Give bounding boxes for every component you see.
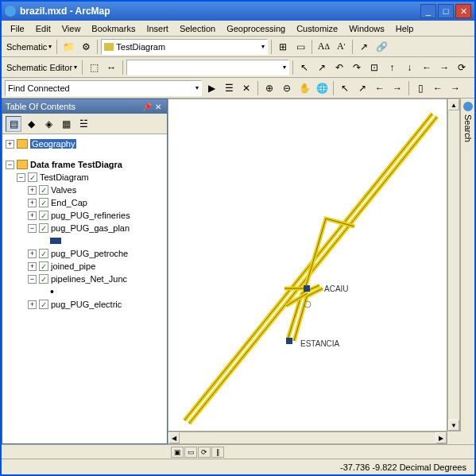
titlebar[interactable]: brazil.mxd - ArcMap _ □ ✕ xyxy=(2,2,474,21)
scroll-left-icon[interactable]: ◀ xyxy=(168,432,180,443)
scroll-up-icon[interactable]: ▲ xyxy=(448,99,459,110)
center-icon[interactable]: ⊡ xyxy=(366,60,382,75)
tree-layer[interactable]: −✓pug_PUG_gas_plan xyxy=(6,222,164,234)
tree-layer[interactable]: +✓joined_pipe xyxy=(6,260,164,273)
open-diagram-icon[interactable]: 📁 xyxy=(60,39,76,55)
options-icon[interactable]: ☱ xyxy=(75,116,91,132)
arrow-ne-icon[interactable]: ↗ xyxy=(354,80,370,96)
toolbar-tools: Find Connected▾ ▶ ☰ ✕ ⊕ ⊖ ✋ 🌐 ↖ ↗ ← → ▯ … xyxy=(2,78,474,99)
zoom-in-icon[interactable]: ⊕ xyxy=(261,80,277,96)
tree-geography[interactable]: +Geography xyxy=(6,137,164,150)
next-extent-icon[interactable]: → xyxy=(389,80,405,96)
menu-insert[interactable]: Insert xyxy=(141,22,174,35)
svg-rect-1 xyxy=(286,338,292,344)
menu-geoprocessing[interactable]: Geoprocessing xyxy=(221,22,291,35)
menu-view[interactable]: View xyxy=(56,22,87,35)
toc-header[interactable]: Table Of Contents 📌 ✕ xyxy=(2,99,167,114)
pan-icon[interactable]: ✋ xyxy=(296,80,312,96)
tree-dataframe[interactable]: −Data frame TestDiagra xyxy=(6,158,164,171)
menu-edit[interactable]: Edit xyxy=(30,22,56,35)
trace-icon[interactable]: ▶ xyxy=(203,80,219,96)
tree-symbol[interactable] xyxy=(6,234,164,247)
view-tabs-bar: ▣ ▭ ⟳ ‖ xyxy=(2,444,474,459)
trace-config-icon[interactable]: ☰ xyxy=(221,80,237,96)
arrow-more-icon[interactable]: ← xyxy=(430,80,446,96)
nav-right-icon[interactable]: → xyxy=(436,60,452,75)
nav-nw-icon[interactable]: ↖ xyxy=(296,60,312,75)
layout-view-tab[interactable]: ▭ xyxy=(184,447,197,458)
pin-icon[interactable]: 📌 xyxy=(141,101,153,112)
redo-icon[interactable]: ↷ xyxy=(349,60,365,75)
page-icon[interactable]: ▭ xyxy=(292,39,308,55)
menu-bookmarks[interactable]: Bookmarks xyxy=(86,22,141,35)
tree-layer[interactable]: −✓pipelines_Net_Junc xyxy=(6,273,164,285)
zoom-out-icon[interactable]: ⊖ xyxy=(279,80,295,96)
arrow-nw-icon[interactable]: ↖ xyxy=(337,80,353,96)
generate-diagram-icon[interactable]: ⚙ xyxy=(78,39,94,55)
select-icon[interactable]: ▯ xyxy=(412,80,428,96)
menu-selection[interactable]: Selection xyxy=(174,22,221,35)
list-by-source-icon[interactable]: ◆ xyxy=(23,116,39,132)
close-toc-icon[interactable]: ✕ xyxy=(153,101,164,112)
move-icon[interactable]: ↔ xyxy=(103,60,119,75)
list-by-drawing-icon[interactable]: ▤ xyxy=(6,116,21,132)
prev-extent-icon[interactable]: ← xyxy=(372,80,388,96)
map-svg xyxy=(168,99,447,431)
close-button[interactable]: ✕ xyxy=(455,4,471,18)
clear-icon[interactable]: ✕ xyxy=(238,80,254,96)
arrow-more2-icon[interactable]: → xyxy=(447,80,463,96)
rotate-icon[interactable]: ⟳ xyxy=(454,60,470,75)
maximize-button[interactable]: □ xyxy=(438,4,454,18)
schematic-editor-dropdown[interactable]: Schematic Editor ▾ xyxy=(5,63,79,72)
toc-title: Table Of Contents xyxy=(6,102,75,111)
nav-left-icon[interactable]: ← xyxy=(419,60,435,75)
scroll-down-icon[interactable]: ▼ xyxy=(448,420,459,431)
map-label-acaiu: ACAIU xyxy=(324,284,349,293)
toc-tree: +Geography −Data frame TestDiagra −✓Test… xyxy=(2,134,167,443)
search-tab[interactable]: Search xyxy=(460,99,474,431)
menu-file[interactable]: File xyxy=(5,22,30,35)
list-by-selection-icon[interactable]: ▦ xyxy=(58,116,74,132)
cursor-icon[interactable]: ⬚ xyxy=(86,60,102,75)
diagram-select[interactable]: TestDiagram▾ xyxy=(101,39,268,55)
window-title: brazil.mxd - ArcMap xyxy=(20,6,420,17)
map-label-estancia: ESTANCIA xyxy=(300,339,339,348)
find-select[interactable]: Find Connected▾ xyxy=(5,80,202,96)
statusbar: -37.736 -9.822 Decimal Degrees xyxy=(2,459,474,474)
map-scrollbar-v[interactable]: ▲ ▼ xyxy=(447,99,460,431)
schematic-dropdown[interactable]: Schematic ▾ xyxy=(5,42,53,52)
tree-symbol-dot[interactable]: • xyxy=(6,285,164,298)
menu-windows[interactable]: Windows xyxy=(343,22,390,35)
minimize-button[interactable]: _ xyxy=(420,4,436,18)
refresh-icon[interactable]: ⟳ xyxy=(198,447,211,458)
tree-layer[interactable]: +✓pug_PUG_electric xyxy=(6,298,164,311)
list-by-visibility-icon[interactable]: ◈ xyxy=(41,116,56,132)
label-a2-icon[interactable]: A′ xyxy=(333,39,349,55)
nav-up-icon[interactable]: ↑ xyxy=(384,60,400,75)
menubar: File Edit View Bookmarks Insert Selectio… xyxy=(2,21,474,37)
link-icon[interactable]: ↗ xyxy=(356,39,372,55)
data-view-tab[interactable]: ▣ xyxy=(171,447,184,458)
scroll-right-icon[interactable]: ▶ xyxy=(435,432,447,443)
tree-layer[interactable]: +✓Valves xyxy=(6,184,164,196)
tree-layer[interactable]: +✓End_Cap xyxy=(6,196,164,209)
search-icon xyxy=(463,102,473,111)
tree-root[interactable]: −✓TestDiagram xyxy=(6,171,164,184)
label-a1-icon[interactable]: AΔ xyxy=(315,39,331,55)
undo-icon[interactable]: ↶ xyxy=(331,60,347,75)
tree-layer[interactable]: +✓pug_PUG_petroche xyxy=(6,247,164,260)
map-scrollbar-h[interactable]: ◀ ▶ xyxy=(168,431,447,444)
status-coords: -37.736 -9.822 Decimal Degrees xyxy=(335,462,471,472)
map-view[interactable]: ACAIU ESTANCIA xyxy=(168,99,447,431)
pause-icon[interactable]: ‖ xyxy=(211,447,224,458)
nav-down-icon[interactable]: ↓ xyxy=(401,60,417,75)
svg-rect-0 xyxy=(304,285,310,292)
nav-ne-icon[interactable]: ↗ xyxy=(314,60,330,75)
menu-help[interactable]: Help xyxy=(390,22,420,35)
full-extent-icon[interactable]: 🌐 xyxy=(314,80,330,96)
editor-select[interactable]: ▾ xyxy=(126,60,289,75)
menu-customize[interactable]: Customize xyxy=(291,22,343,35)
chain-icon[interactable]: 🔗 xyxy=(373,39,389,55)
tree-layer[interactable]: +✓pug_PUG_refineries xyxy=(6,209,164,222)
add-window-icon[interactable]: ⊞ xyxy=(275,39,291,55)
